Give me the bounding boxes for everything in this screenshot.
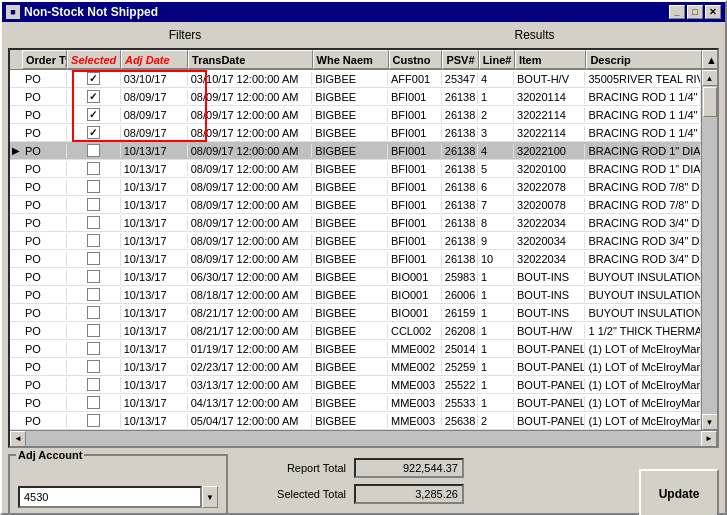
cell-selected[interactable] bbox=[67, 179, 121, 194]
checkbox[interactable] bbox=[87, 216, 100, 229]
checkbox[interactable] bbox=[87, 270, 100, 283]
col-header-adj-date[interactable]: Adj Date bbox=[121, 50, 188, 69]
checkbox[interactable] bbox=[87, 108, 100, 121]
cell-line: 6 bbox=[478, 180, 514, 194]
checkbox[interactable] bbox=[87, 72, 100, 85]
cell-whe-naem: BIGBEE bbox=[312, 378, 388, 392]
table-row[interactable]: PO03/10/1703/10/17 12:00:00 AMBIGBEEAFF0… bbox=[10, 70, 701, 88]
vertical-scrollbar[interactable]: ▲ ▼ bbox=[701, 70, 717, 430]
table-row[interactable]: PO10/13/1708/09/17 12:00:00 AMBIGBEEBFI0… bbox=[10, 214, 701, 232]
scroll-thumb[interactable] bbox=[703, 87, 717, 117]
cell-selected[interactable] bbox=[67, 161, 121, 176]
cell-item: 32022114 bbox=[514, 108, 585, 122]
cell-selected[interactable] bbox=[67, 89, 121, 104]
col-header-whe-naem[interactable]: Whe Naem bbox=[313, 50, 389, 69]
cell-selected[interactable] bbox=[67, 215, 121, 230]
col-header-descrip[interactable]: Descrip bbox=[586, 50, 702, 69]
checkbox[interactable] bbox=[87, 126, 100, 139]
checkbox[interactable] bbox=[87, 378, 100, 391]
table-row[interactable]: PO10/13/1708/18/17 12:00:00 AMBIGBEEBIO0… bbox=[10, 286, 701, 304]
checkbox[interactable] bbox=[87, 144, 100, 157]
table-row[interactable]: ▶PO10/13/1708/09/17 12:00:00 AMBIGBEEBFI… bbox=[10, 142, 701, 160]
cell-adj-date: 03/10/17 bbox=[121, 72, 188, 86]
col-header-selected[interactable]: Selected bbox=[67, 50, 121, 69]
col-header-psw[interactable]: PSV# bbox=[442, 50, 478, 69]
cell-selected[interactable] bbox=[67, 395, 121, 410]
scroll-down-button[interactable]: ▼ bbox=[702, 414, 718, 430]
checkbox[interactable] bbox=[87, 198, 100, 211]
cell-selected[interactable] bbox=[67, 107, 121, 122]
table-row[interactable]: PO10/13/1704/13/17 12:00:00 AMBIGBEEMME0… bbox=[10, 394, 701, 412]
minimize-button[interactable]: _ bbox=[669, 5, 685, 19]
cell-psw: 26138 bbox=[442, 180, 478, 194]
col-header-line[interactable]: Line# bbox=[479, 50, 515, 69]
cell-item: 32022100 bbox=[514, 144, 585, 158]
checkbox[interactable] bbox=[87, 324, 100, 337]
cell-selected[interactable] bbox=[67, 323, 121, 338]
checkbox[interactable] bbox=[87, 360, 100, 373]
col-header-item[interactable]: Item bbox=[515, 50, 587, 69]
cell-item: 32020034 bbox=[514, 234, 585, 248]
cell-trans-date: 08/09/17 12:00:00 AM bbox=[188, 108, 312, 122]
checkbox[interactable] bbox=[87, 234, 100, 247]
table-row[interactable]: PO10/13/1706/30/17 12:00:00 AMBIGBEEBIO0… bbox=[10, 268, 701, 286]
checkbox[interactable] bbox=[87, 180, 100, 193]
col-header-order-type[interactable]: Order Type bbox=[22, 50, 67, 69]
cell-custno: BIO001 bbox=[388, 270, 442, 284]
table-row[interactable]: PO10/13/1703/13/17 12:00:00 AMBIGBEEMME0… bbox=[10, 376, 701, 394]
table-row[interactable]: PO10/13/1708/21/17 12:00:00 AMBIGBEECCL0… bbox=[10, 322, 701, 340]
cell-descrip: (1) LOT of McElroyMarq bbox=[585, 378, 701, 392]
scroll-right-button[interactable]: ► bbox=[701, 431, 717, 447]
checkbox[interactable] bbox=[87, 306, 100, 319]
cell-selected[interactable] bbox=[67, 287, 121, 302]
cell-selected[interactable] bbox=[67, 359, 121, 374]
table-row[interactable]: PO10/13/1708/09/17 12:00:00 AMBIGBEEBFI0… bbox=[10, 160, 701, 178]
update-button[interactable]: Update bbox=[639, 469, 719, 515]
col-header-custno[interactable]: Custno bbox=[389, 50, 443, 69]
table-row[interactable]: PO10/13/1701/19/17 12:00:00 AMBIGBEEMME0… bbox=[10, 340, 701, 358]
scroll-up-button[interactable]: ▲ bbox=[702, 70, 718, 86]
cell-selected[interactable] bbox=[67, 377, 121, 392]
cell-adj-date: 10/13/17 bbox=[121, 342, 188, 356]
cell-selected[interactable] bbox=[67, 143, 121, 158]
table-row[interactable]: PO10/13/1702/23/17 12:00:00 AMBIGBEEMME0… bbox=[10, 358, 701, 376]
cell-selected[interactable] bbox=[67, 413, 121, 428]
scroll-left-button[interactable]: ◄ bbox=[10, 431, 26, 447]
cell-psw: 26138 bbox=[442, 234, 478, 248]
horizontal-scrollbar[interactable]: ◄ ► bbox=[10, 430, 717, 446]
checkbox[interactable] bbox=[87, 90, 100, 103]
cell-selected[interactable] bbox=[67, 341, 121, 356]
cell-selected[interactable] bbox=[67, 197, 121, 212]
table-row[interactable]: PO08/09/1708/09/17 12:00:00 AMBIGBEEBFI0… bbox=[10, 124, 701, 142]
maximize-button[interactable]: □ bbox=[687, 5, 703, 19]
table-row[interactable]: PO10/13/1708/09/17 12:00:00 AMBIGBEEBFI0… bbox=[10, 178, 701, 196]
cell-selected[interactable] bbox=[67, 269, 121, 284]
col-header-trans-date[interactable]: TransDate bbox=[188, 50, 312, 69]
cell-selected[interactable] bbox=[67, 251, 121, 266]
adj-account-select[interactable]: 4530 bbox=[18, 486, 202, 508]
cell-descrip: BRACING ROD 7/8" DIA bbox=[585, 198, 701, 212]
table-row[interactable]: PO10/13/1708/09/17 12:00:00 AMBIGBEEBFI0… bbox=[10, 196, 701, 214]
cell-descrip: BUYOUT INSULATION bbox=[585, 306, 701, 320]
table-row[interactable]: PO08/09/1708/09/17 12:00:00 AMBIGBEEBFI0… bbox=[10, 88, 701, 106]
cell-selected[interactable] bbox=[67, 305, 121, 320]
table-row[interactable]: PO10/13/1705/04/17 12:00:00 AMBIGBEEMME0… bbox=[10, 412, 701, 430]
table-row[interactable]: PO10/13/1708/09/17 12:00:00 AMBIGBEEBFI0… bbox=[10, 232, 701, 250]
table-row[interactable]: PO10/13/1708/21/17 12:00:00 AMBIGBEEBIO0… bbox=[10, 304, 701, 322]
cell-selected[interactable] bbox=[67, 71, 121, 86]
scroll-track[interactable] bbox=[702, 86, 718, 414]
checkbox[interactable] bbox=[87, 252, 100, 265]
checkbox[interactable] bbox=[87, 342, 100, 355]
adj-account-dropdown-arrow[interactable]: ▼ bbox=[202, 486, 218, 508]
cell-order-type: PO bbox=[22, 126, 67, 140]
close-button[interactable]: ✕ bbox=[705, 5, 721, 19]
table-row[interactable]: PO08/09/1708/09/17 12:00:00 AMBIGBEEBFI0… bbox=[10, 106, 701, 124]
cell-selected[interactable] bbox=[67, 233, 121, 248]
checkbox[interactable] bbox=[87, 396, 100, 409]
checkbox[interactable] bbox=[87, 162, 100, 175]
scroll-track-h[interactable] bbox=[26, 431, 701, 447]
checkbox[interactable] bbox=[87, 414, 100, 427]
table-row[interactable]: PO10/13/1708/09/17 12:00:00 AMBIGBEEBFI0… bbox=[10, 250, 701, 268]
cell-selected[interactable] bbox=[67, 125, 121, 140]
checkbox[interactable] bbox=[87, 288, 100, 301]
